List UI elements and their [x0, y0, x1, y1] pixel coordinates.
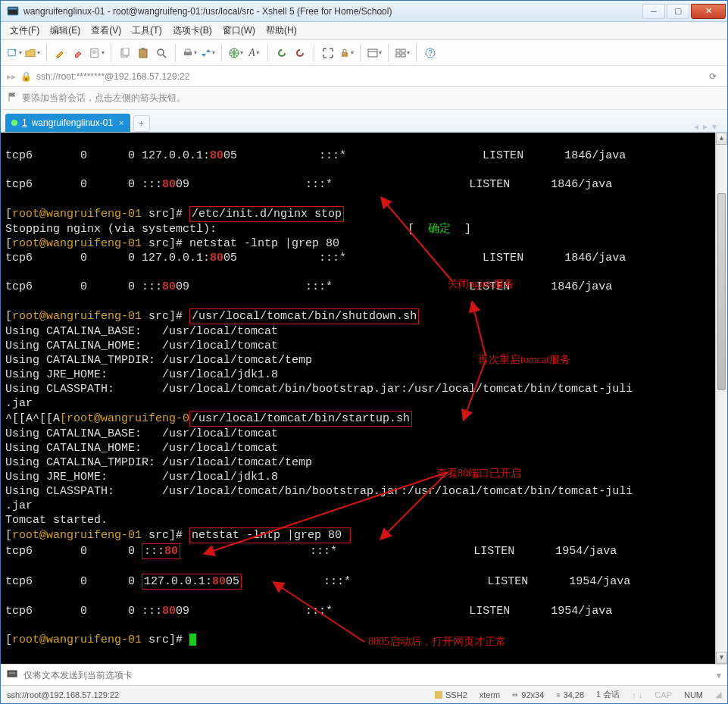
tab-title: wangruifenglinux-01	[32, 117, 113, 128]
address-arrow-icon[interactable]: ▸▸	[7, 71, 16, 82]
status-pos: ≡34,28	[556, 690, 584, 699]
print-button[interactable]	[182, 45, 197, 61]
status-resize-grip[interactable]: ◢	[715, 690, 721, 699]
menu-tools[interactable]: 工具(T)	[132, 24, 161, 37]
reconnect-button[interactable]	[274, 45, 289, 61]
maximize-button[interactable]: ▢	[667, 4, 689, 19]
window-controls: ─ ▢ ✕	[642, 4, 727, 19]
broadcast-input-bar: ▾	[1, 664, 727, 685]
font-button[interactable]: A	[246, 45, 261, 61]
svg-rect-19	[396, 49, 400, 52]
svg-rect-16	[342, 52, 348, 57]
svg-rect-8	[123, 48, 129, 55]
menu-view[interactable]: 查看(V)	[91, 24, 121, 37]
broadcast-input[interactable]	[23, 670, 711, 681]
anno-label-nginx: 关闭nginx服务	[448, 277, 514, 291]
highlight-button[interactable]	[53, 45, 68, 61]
address-text[interactable]: ssh://root:********@192.168.57.129:22	[36, 71, 700, 82]
layout-button[interactable]	[367, 45, 382, 61]
find-button[interactable]	[154, 45, 169, 61]
tab-scroll[interactable]: ◂▸▾	[688, 121, 723, 132]
menu-file[interactable]: 文件(F)	[10, 24, 39, 37]
terminal-pane[interactable]: tcp6 0 0 127.0.0.1:8005 :::* LISTEN 1846…	[1, 133, 727, 664]
svg-rect-22	[401, 54, 405, 57]
lock-button[interactable]	[339, 45, 354, 61]
hint-bar: 要添加当前会话，点击左侧的箭头按钮。	[1, 87, 727, 110]
tab-status-dot	[11, 120, 17, 126]
svg-rect-20	[401, 49, 405, 52]
tab-add-button[interactable]: +	[133, 115, 150, 132]
minimize-button[interactable]: ─	[642, 4, 665, 19]
anno-label-port80: 查看80端口已开启	[436, 466, 521, 480]
status-ssh: SSH2	[435, 690, 467, 699]
svg-point-11	[158, 49, 164, 55]
session-tabs: 1 wangruifenglinux-01 × + ◂▸▾	[1, 110, 727, 133]
transfer-button[interactable]	[200, 45, 215, 61]
hint-text: 要添加当前会话，点击左侧的箭头按钮。	[22, 92, 186, 105]
menu-tabs[interactable]: 选项卡(B)	[173, 24, 212, 37]
svg-rect-1	[9, 8, 17, 9]
tile-button[interactable]	[395, 45, 410, 61]
fullscreen-button[interactable]	[320, 45, 336, 61]
window-titlebar: wangruifenglinux-01 - root@wangruifeng-0…	[1, 1, 727, 22]
svg-line-28	[387, 472, 448, 533]
svg-rect-10	[142, 48, 145, 50]
address-bar: ▸▸ 🔒 ssh://root:********@192.168.57.129:…	[1, 66, 727, 87]
svg-rect-31	[8, 671, 17, 677]
anno-label-tomcat: 再次重启tomcat服务	[478, 352, 570, 367]
menu-window[interactable]: 窗口(W)	[223, 24, 255, 37]
svg-line-25	[387, 205, 451, 280]
new-session-button[interactable]: +	[7, 45, 22, 61]
window-title: wangruifenglinux-01 - root@wangruifeng-0…	[23, 6, 392, 17]
properties-button[interactable]	[89, 45, 105, 61]
toolbar: + A ?	[1, 40, 727, 66]
broadcast-icon[interactable]	[7, 668, 17, 681]
open-button[interactable]	[25, 45, 40, 61]
paste-button[interactable]	[136, 45, 151, 61]
anno-label-8005: 8005启动后，打开网页才正常	[368, 634, 506, 649]
svg-rect-17	[368, 49, 377, 57]
status-termtype: xterm	[480, 690, 501, 699]
session-tab-1[interactable]: 1 wangruifenglinux-01 ×	[5, 114, 130, 132]
app-icon	[7, 5, 19, 17]
svg-text:?: ?	[428, 49, 433, 58]
status-size: ⇔92x34	[512, 690, 544, 699]
svg-rect-33	[435, 691, 442, 699]
terminal-scrollbar[interactable]: ▲ ▼	[715, 133, 727, 664]
status-sessions: 1 会话	[596, 689, 620, 700]
menu-help[interactable]: 帮助(H)	[266, 24, 297, 37]
tab-index: 1	[22, 117, 27, 128]
terminal-cursor	[189, 634, 196, 646]
svg-rect-21	[396, 54, 400, 57]
address-lock-icon: 🔒	[20, 71, 32, 82]
status-updown-icon: ↑ ↓	[632, 690, 642, 699]
status-connection: ssh://root@192.168.57.129:22	[7, 690, 119, 699]
hint-flag-icon[interactable]	[7, 92, 17, 105]
eraser-button[interactable]	[71, 45, 86, 61]
close-button[interactable]: ✕	[691, 4, 726, 19]
status-num: NUM	[684, 690, 703, 699]
svg-rect-9	[139, 49, 147, 58]
web-button[interactable]	[228, 45, 243, 61]
scroll-thumb[interactable]	[717, 193, 726, 390]
copy-button[interactable]	[117, 45, 133, 61]
svg-line-26	[474, 311, 486, 356]
status-cap: CAP	[655, 690, 672, 699]
scroll-up-button[interactable]: ▲	[716, 133, 727, 145]
tab-close-icon[interactable]: ×	[119, 118, 123, 127]
svg-line-12	[163, 55, 166, 58]
disconnect-button[interactable]	[292, 45, 308, 61]
address-reload-button[interactable]: ⟳	[705, 71, 721, 82]
status-bar: ssh://root@192.168.57.129:22 SSH2 xterm …	[1, 685, 727, 703]
menu-bar: 文件(F) 编辑(E) 查看(V) 工具(T) 选项卡(B) 窗口(W) 帮助(…	[1, 22, 727, 40]
svg-text:+: +	[13, 47, 17, 55]
svg-rect-14	[186, 49, 190, 52]
scroll-down-button[interactable]: ▼	[716, 652, 727, 664]
menu-edit[interactable]: 编辑(E)	[50, 24, 80, 37]
help-button[interactable]: ?	[423, 45, 438, 61]
broadcast-dropdown-icon[interactable]: ▾	[717, 670, 721, 681]
